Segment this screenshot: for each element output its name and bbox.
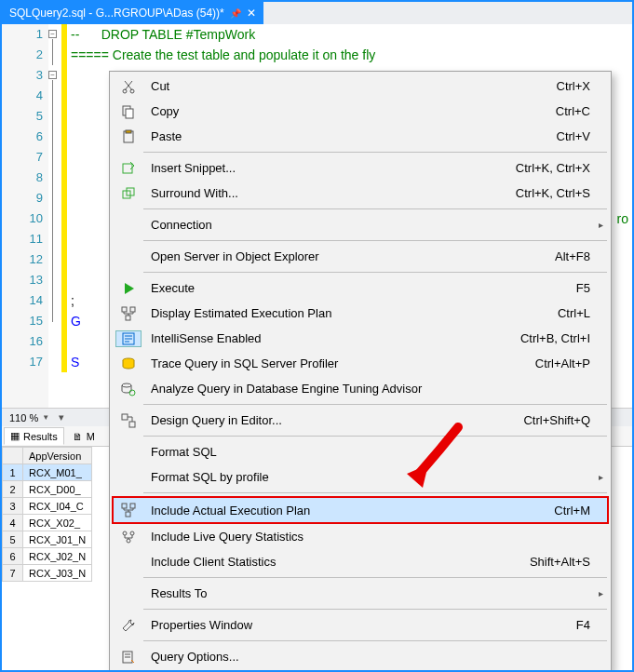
tuning-icon [115,382,142,396]
close-icon[interactable]: ✕ [247,7,256,20]
svg-rect-17 [129,422,135,427]
grid-icon: ▦ [10,430,20,442]
svg-rect-19 [130,504,135,508]
menu-include-live-stats[interactable]: Include Live Query Statistics [112,524,609,549]
menu-include-client-stats[interactable]: Include Client StatisticsShift+Alt+S [112,549,609,574]
tab-title: SQLQuery2.sql - G...RGROUP\ADas (54))* [9,7,224,20]
menu-intellisense[interactable]: IntelliSense EnabledCtrl+B, Ctrl+I [112,326,609,351]
actual-plan-icon [115,503,142,517]
code-line: ===== Create the test table and populate… [71,47,375,62]
svg-point-15 [129,390,135,396]
menu-properties-window[interactable]: Properties WindowF4 [112,612,609,638]
table-row[interactable]: 2RCX_D00_ [3,481,92,498]
menu-copy[interactable]: CopyCtrl+C [112,99,609,124]
context-menu: CutCtrl+X CopyCtrl+C PasteCtrl+V Insert … [109,71,612,672]
menu-cut[interactable]: CutCtrl+X [112,74,609,99]
table-row[interactable]: 5RCX_J01_N [3,531,92,548]
live-stats-icon [115,530,142,544]
plan-icon [115,306,142,321]
menu-trace-profiler[interactable]: Trace Query in SQL Server ProfilerCtrl+A… [112,351,609,376]
svg-rect-20 [126,512,130,517]
profiler-icon [115,356,142,371]
pin-icon[interactable]: 📌 [230,8,241,19]
menu-results-to[interactable]: Results To [112,581,609,606]
svg-rect-5 [126,130,131,133]
copy-icon [115,104,142,119]
table-row[interactable]: 6RCX_J02_N [3,548,92,565]
svg-point-22 [130,531,134,535]
tab-label: Results [23,431,58,442]
fold-gutter: − − [48,24,61,408]
corner-cell [3,448,23,464]
wrench-icon [115,618,142,633]
tab-results[interactable]: ▦ Results [4,427,64,445]
menu-surround-with[interactable]: Surround With...Ctrl+K, Ctrl+S [112,181,609,206]
svg-point-21 [123,531,127,535]
table-row[interactable]: 7RCX_J03_N [3,565,92,582]
svg-point-23 [127,539,130,543]
play-icon [115,281,142,296]
options-icon [115,650,142,665]
snippet-icon [115,161,142,176]
line-number-gutter: 1234567891011121314151617 [2,24,48,408]
menu-display-estimated-plan[interactable]: Display Estimated Execution PlanCtrl+L [112,301,609,326]
column-header[interactable]: AppVersion [23,448,92,464]
svg-rect-10 [130,307,135,312]
menu-analyze-tuning[interactable]: Analyze Query in Database Engine Tuning … [112,376,609,401]
table-row[interactable]: 4RCX_X02_ [3,515,92,531]
svg-rect-9 [122,307,127,312]
menu-format-sql[interactable]: Format SQL [112,439,609,464]
tab-messages[interactable]: 🗎 M [66,428,101,445]
code-line: G [71,314,81,329]
menu-format-sql-profile[interactable]: Format SQL by profile [112,464,609,490]
svg-rect-3 [126,109,133,118]
svg-rect-18 [122,504,127,508]
messages-icon: 🗎 [73,431,83,442]
menu-open-object-explorer[interactable]: Open Server in Object ExplorerAlt+F8 [112,244,609,269]
menu-connection[interactable]: Connection [112,212,609,237]
fold-toggle-icon[interactable]: − [48,71,57,79]
table-row[interactable]: 1RCX_M01_ [3,464,92,481]
chevron-down-icon: ▼ [42,413,49,422]
design-icon [115,413,142,428]
intellisense-icon [115,330,142,347]
fold-toggle-icon[interactable]: − [48,30,57,38]
code-line: ; [71,293,74,308]
menu-execute[interactable]: ExecuteF5 [112,276,609,301]
svg-point-14 [122,383,131,387]
zoom-selector[interactable]: 110 % ▼ [2,412,53,423]
svg-rect-16 [122,414,128,420]
tab-label: M [87,431,95,442]
surround-icon [115,186,142,201]
code-fragment: ro [617,211,628,226]
paste-icon [115,129,142,144]
tab-bar: SQLQuery2.sql - G...RGROUP\ADas (54))* 📌… [2,2,632,24]
code-line: -- DROP TABLE #TempWork [71,27,255,42]
menu-include-actual-plan[interactable]: Include Actual Execution PlanCtrl+M [112,496,609,524]
menu-insert-snippet[interactable]: Insert Snippet...Ctrl+K, Ctrl+X [112,155,609,181]
zoom-value: 110 % [9,412,38,423]
table-row[interactable]: 3RCX_I04_C [3,498,92,515]
annotation-arrow [402,423,477,497]
menu-paste[interactable]: PasteCtrl+V [112,124,609,149]
menu-design-query[interactable]: Design Query in Editor...Ctrl+Shift+Q [112,408,609,433]
code-line: S [71,355,79,370]
cut-icon [115,79,142,94]
menu-query-options[interactable]: Query Options... [112,644,609,669]
document-tab[interactable]: SQLQuery2.sql - G...RGROUP\ADas (54))* 📌… [2,2,263,24]
svg-rect-11 [126,316,130,320]
